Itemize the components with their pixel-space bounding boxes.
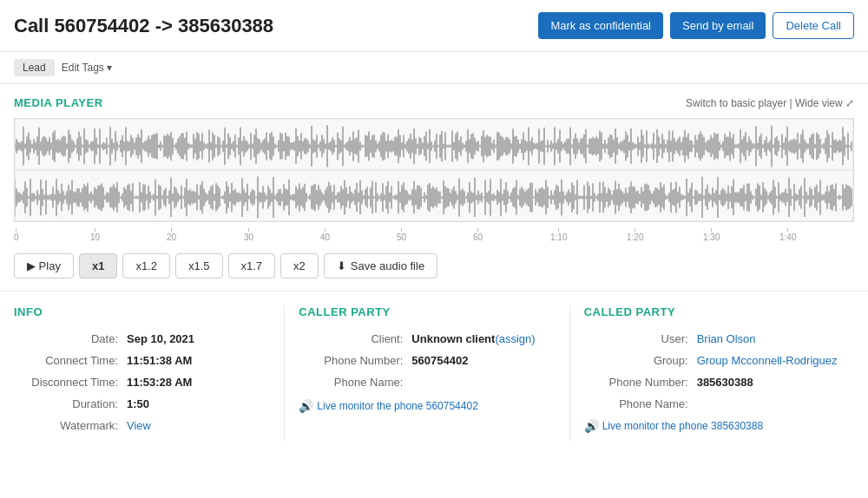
speaker-icon: 🔊 [299, 399, 313, 413]
media-header-right: Switch to basic player | Wide view ⤢ [686, 97, 854, 109]
waveform-display[interactable] [14, 118, 854, 222]
media-header: MEDIA PLAYER Switch to basic player | Wi… [14, 96, 854, 109]
date-value: Sep 10, 2021 [127, 332, 194, 345]
disconnect-time-label: Disconnect Time: [14, 376, 127, 389]
assign-link[interactable]: (assign) [495, 332, 535, 345]
speed-x12-button[interactable]: x1.2 [122, 253, 170, 278]
disconnect-time-value: 11:53:28 AM [127, 376, 192, 389]
delete-call-button[interactable]: Delete Call [773, 12, 854, 39]
timeline-marker: 30 [244, 228, 253, 242]
watermark-label: Watermark: [14, 419, 127, 432]
waveform-timeline: 01020304050601:101:201:301:40 [14, 227, 852, 243]
info-row-connect: Connect Time: 11:51:38 AM [14, 354, 270, 367]
watermark-link[interactable]: View [127, 419, 151, 432]
caller-phonename-label: Phone Name: [299, 376, 411, 389]
caller-panel: CALLER PARTY Client: Unknown client (ass… [285, 305, 569, 441]
connect-time-label: Connect Time: [14, 354, 127, 367]
info-row-disconnect: Disconnect Time: 11:53:28 AM [14, 376, 270, 389]
client-value: Unknown client [411, 332, 495, 345]
timeline-marker: 1:30 [703, 228, 720, 242]
called-panel-title: CALLED PARTY [584, 305, 840, 318]
send-email-button[interactable]: Send by email [670, 12, 766, 39]
page-header: Call 560754402 -> 385630388 Mark as conf… [0, 0, 868, 52]
user-label: User: [584, 332, 697, 345]
caller-phone-label: Phone Number: [299, 354, 411, 367]
edit-tags-button[interactable]: Edit Tags ▾ [62, 62, 112, 74]
called-phonename-label: Phone Name: [584, 397, 697, 410]
info-row-date: Date: Sep 10, 2021 [14, 332, 270, 345]
timeline-marker: 50 [397, 228, 406, 242]
caller-live-monitor-link[interactable]: 🔊 Live monitor the phone 560754402 [299, 399, 555, 413]
info-row-watermark: Watermark: View [14, 419, 270, 432]
speed-x1-button[interactable]: x1 [79, 253, 117, 278]
speaker-icon-called: 🔊 [584, 419, 599, 433]
caller-row-phone: Phone Number: 560754402 [299, 354, 555, 367]
called-row-user: User: Brian Olson [584, 332, 840, 345]
header-buttons: Mark as confidential Send by email Delet… [538, 12, 854, 39]
timeline-marker: 1:20 [627, 228, 643, 242]
connect-time-value: 11:51:38 AM [127, 354, 192, 367]
called-row-phonename: Phone Name: [584, 397, 840, 410]
timeline-marker: 60 [473, 228, 483, 242]
play-button[interactable]: ▶ Play [14, 253, 74, 278]
timeline-marker: 1:40 [779, 228, 796, 242]
duration-value: 1:50 [127, 397, 149, 410]
called-phone-value: 385630388 [697, 376, 753, 389]
mark-confidential-button[interactable]: Mark as confidential [538, 12, 663, 39]
switch-basic-player-link[interactable]: Switch to basic player [686, 97, 786, 109]
speed-x2-button[interactable]: x2 [280, 253, 319, 278]
media-player-section: MEDIA PLAYER Switch to basic player | Wi… [0, 84, 868, 292]
waveform-canvas[interactable] [15, 119, 853, 221]
timeline-marker: 10 [90, 228, 100, 242]
called-panel: CALLED PARTY User: Brian Olson Group: Gr… [570, 305, 854, 441]
caller-phone-value: 560754402 [411, 354, 468, 367]
download-icon: ⬇ [337, 259, 346, 272]
caller-panel-title: CALLER PARTY [299, 305, 555, 318]
timeline-marker: 1:10 [550, 228, 567, 242]
save-audio-button[interactable]: ⬇ Save audio file [324, 253, 437, 278]
info-sections: INFO Date: Sep 10, 2021 Connect Time: 11… [0, 292, 868, 455]
media-player-title: MEDIA PLAYER [14, 96, 103, 109]
timeline-marker: 40 [320, 228, 330, 242]
duration-label: Duration: [14, 397, 127, 410]
caller-row-phonename: Phone Name: [299, 376, 555, 389]
caller-row-client: Client: Unknown client (assign) [299, 332, 555, 345]
group-value[interactable]: Group Mcconnell-Rodriguez [697, 354, 838, 367]
chevron-down-icon: ▾ [107, 62, 112, 74]
speed-x17-button[interactable]: x1.7 [228, 253, 276, 278]
page-title: Call 560754402 -> 385630388 [14, 15, 538, 37]
lead-tag[interactable]: Lead [14, 59, 55, 76]
timeline-marker: 20 [167, 228, 176, 242]
called-row-group: Group: Group Mcconnell-Rodriguez [584, 354, 840, 367]
called-phone-label: Phone Number: [584, 376, 697, 389]
called-row-phone: Phone Number: 385630388 [584, 376, 840, 389]
player-controls: ▶ Play x1 x1.2 x1.5 x1.7 x2 ⬇ Save audio… [14, 253, 854, 282]
info-row-duration: Duration: 1:50 [14, 397, 270, 410]
timeline-marker: 0 [14, 228, 19, 242]
date-label: Date: [14, 332, 127, 345]
tags-row: Lead Edit Tags ▾ [0, 52, 868, 84]
user-value[interactable]: Brian Olson [697, 332, 756, 345]
speed-x15-button[interactable]: x1.5 [175, 253, 223, 278]
called-live-monitor-link[interactable]: 🔊 Live monitor the phone 385630388 [584, 419, 840, 433]
client-label: Client: [299, 332, 411, 345]
expand-icon: ⤢ [845, 97, 854, 109]
info-panel-title: INFO [14, 305, 270, 318]
wide-view-link[interactable]: Wide view ⤢ [795, 97, 854, 109]
group-label: Group: [584, 354, 697, 367]
info-panel: INFO Date: Sep 10, 2021 Connect Time: 11… [14, 305, 285, 441]
